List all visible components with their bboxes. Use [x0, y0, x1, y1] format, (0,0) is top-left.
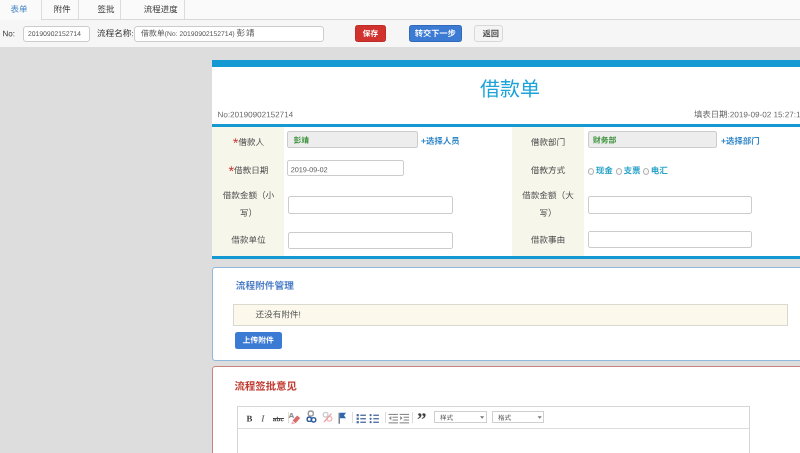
svg-text:A: A — [289, 411, 295, 420]
